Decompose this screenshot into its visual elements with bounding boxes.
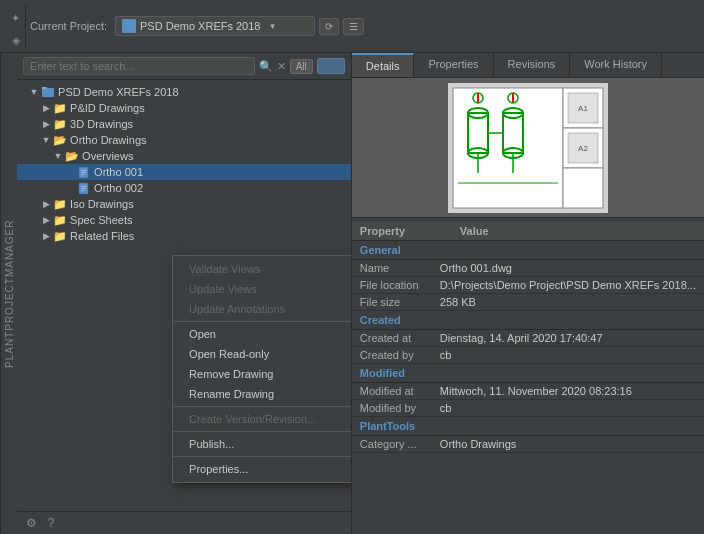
bottom-icons: ⚙ ? [17,511,351,534]
tree-item-spec[interactable]: ▶ 📁 Spec Sheets [17,212,351,228]
prop-createdat-key: Created at [360,332,440,344]
ortho001-label: Ortho 001 [94,166,143,178]
prop-modifiedby-value: cb [440,402,696,414]
prop-name-row: Name Ortho 001.dwg [352,260,704,277]
section-general: General [352,241,704,260]
ctx-publish[interactable]: Publish... [173,434,351,454]
tree-item-3d[interactable]: ▶ 📁 3D Drawings [17,116,351,132]
right-panel: Details Properties Revisions Work Histor… [352,53,704,534]
content-area: PLANTPROJECTMANAGER 🔍 ✕ All ▼ [0,53,704,534]
svg-text:A1: A1 [578,104,588,113]
search-icon[interactable]: 🔍 [259,60,273,73]
prop-modifiedby-key: Modified by [360,402,440,414]
tabs-bar: Details Properties Revisions Work Histor… [352,53,704,78]
overviews-label: Overviews [82,150,133,162]
ctx-sep-1 [173,321,351,322]
ortho001-file-icon [77,165,91,179]
tree-root[interactable]: ▼ PSD Demo XREFs 2018 [17,84,351,100]
section-planttools: PlantTools [352,417,704,436]
related-folder-icon: 📁 [53,229,67,243]
prop-modifiedat-value: Mittwoch, 11. November 2020 08:23:16 [440,385,696,397]
prop-createdby-value: cb [440,349,696,361]
props-header-value: Value [460,225,489,237]
section-created: Created [352,311,704,330]
related-expand-arrow: ▶ [41,231,51,241]
current-project-label: Current Project: [30,20,107,32]
clear-search-icon[interactable]: ✕ [277,60,286,73]
overviews-expand-arrow: ▼ [53,151,63,161]
tab-revisions[interactable]: Revisions [494,53,571,77]
iso-expand-arrow: ▶ [41,199,51,209]
refresh-button[interactable]: ⟳ [319,18,339,35]
props-header-key: Property [360,225,460,237]
ctx-open[interactable]: Open [173,324,351,344]
project-dropdown-arrow: ▼ [268,22,276,31]
spec-label: Spec Sheets [70,214,132,226]
tree-item-ortho002[interactable]: Ortho 002 [17,180,351,196]
spec-folder-icon: 📁 [53,213,67,227]
tree-item-overviews[interactable]: ▼ 📂 Overviews [17,148,351,164]
left-toolbar-icons: ✦ ◈ [6,4,26,48]
project-selector[interactable]: PSD Demo XREFs 2018 ▼ [115,16,315,36]
svg-rect-8 [81,188,86,189]
root-expand-arrow: ▼ [29,87,39,97]
tree-container: ▼ PSD Demo XREFs 2018 ▶ 📁 P&ID Drawings [17,80,351,511]
tab-details[interactable]: Details [352,53,415,77]
svg-rect-1 [42,87,47,89]
prop-filesize-row: File size 258 KB [352,294,704,311]
prop-createdby-key: Created by [360,349,440,361]
tree-item-pid[interactable]: ▶ 📁 P&ID Drawings [17,100,351,116]
prop-createdby-row: Created by cb [352,347,704,364]
menu-button[interactable]: ☰ [343,18,364,35]
help-icon[interactable]: ? [43,515,59,531]
ortho-expand-arrow: ▼ [41,135,51,145]
app-container: ✦ ◈ Current Project: PSD Demo XREFs 2018… [0,0,704,534]
ctx-properties[interactable]: Properties... [173,459,351,479]
search-input[interactable] [23,57,255,75]
prop-name-key: Name [360,262,440,274]
ctx-sep-3 [173,431,351,432]
svg-rect-5 [81,174,84,175]
svg-rect-9 [81,190,84,191]
toolbar: ✦ ◈ Current Project: PSD Demo XREFs 2018… [0,0,704,53]
ctx-remove-drawing[interactable]: Remove Drawing [173,364,351,384]
section-modified: Modified [352,364,704,383]
props-container: Property Value General Name Ortho 001.dw… [352,218,704,534]
all-filter-badge[interactable]: All [290,59,313,74]
ctx-update-annotations: Update Annotations [173,299,351,319]
3d-expand-arrow: ▶ [41,119,51,129]
iso-label: Iso Drawings [70,198,134,210]
prop-filesize-key: File size [360,296,440,308]
svg-text:A2: A2 [578,144,588,153]
tab-properties[interactable]: Properties [414,53,493,77]
ctx-rename-drawing[interactable]: Rename Drawing [173,384,351,404]
preview-area: A1 A2 [352,78,704,218]
ortho002-file-icon [77,181,91,195]
prop-category-value: Ortho Drawings [440,438,696,450]
3d-folder-icon: 📁 [53,117,67,131]
prop-filelocation-row: File location D:\Projects\Demo Project\P… [352,277,704,294]
pid-expand-arrow: ▶ [41,103,51,113]
toolbar-icon-1[interactable]: ✦ [8,10,24,26]
tree-item-ortho001[interactable]: Ortho 001 [17,164,351,180]
spec-expand-arrow: ▶ [41,215,51,225]
tab-work-history[interactable]: Work History [570,53,662,77]
prop-filelocation-value: D:\Projects\Demo Project\PSD Demo XREFs … [440,279,696,291]
3d-label: 3D Drawings [70,118,133,130]
pid-folder-icon: 📁 [53,101,67,115]
svg-rect-14 [563,168,603,208]
filter-toggle[interactable] [317,58,345,74]
prop-filesize-value: 258 KB [440,296,696,308]
pid-label: P&ID Drawings [70,102,145,114]
root-icon [41,85,55,99]
ctx-open-readonly[interactable]: Open Read-only [173,344,351,364]
settings-icon[interactable]: ⚙ [23,515,39,531]
svg-rect-4 [81,172,86,173]
prop-modifiedat-key: Modified at [360,385,440,397]
prop-filelocation-key: File location [360,279,440,291]
tree-item-iso[interactable]: ▶ 📁 Iso Drawings [17,196,351,212]
ortho-label: Ortho Drawings [70,134,146,146]
toolbar-icon-2[interactable]: ◈ [8,32,24,48]
tree-item-related[interactable]: ▶ 📁 Related Files [17,228,351,244]
tree-item-ortho[interactable]: ▼ 📂 Ortho Drawings [17,132,351,148]
